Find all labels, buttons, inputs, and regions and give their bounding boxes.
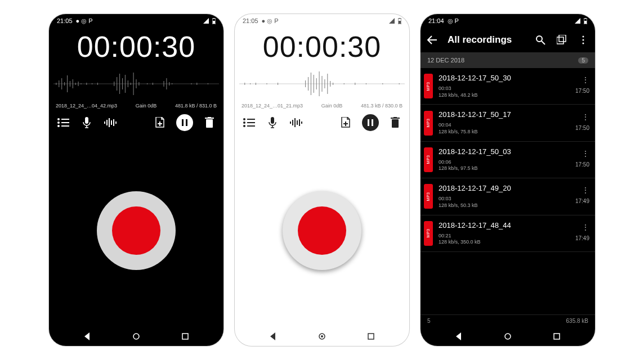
- nav-back-icon[interactable]: [82, 331, 92, 341]
- section-count: 5: [578, 57, 588, 64]
- svg-rect-54: [182, 119, 184, 126]
- recording-time: 17:49: [575, 235, 589, 241]
- nav-recent-icon[interactable]: [366, 331, 376, 341]
- signal-icon: [575, 18, 580, 24]
- android-navbar: [235, 327, 409, 346]
- svg-point-39: [57, 122, 60, 124]
- android-navbar: [421, 327, 595, 346]
- recording-name: 2018-12-12-17_48_44: [439, 221, 575, 230]
- recording-name: 2018-12-12-17_50_17: [439, 110, 575, 119]
- svg-marker-59: [84, 332, 90, 340]
- trash-icon[interactable]: [388, 115, 402, 130]
- recording-name: 2018-12-12-17_49_20: [439, 184, 575, 192]
- svg-rect-117: [584, 21, 587, 24]
- svg-rect-38: [61, 119, 69, 120]
- recording-row[interactable]: MP3 2018-12-12-17_50_17 00:04128 kb/s, 7…: [421, 105, 595, 141]
- elapsed-timer: 00:00:30: [49, 30, 223, 64]
- new-file-icon[interactable]: [153, 115, 167, 130]
- pause-button[interactable]: [176, 114, 193, 131]
- recording-time: 17:50: [575, 161, 589, 168]
- record-area: [49, 134, 223, 327]
- appbar: All recordings: [421, 28, 595, 52]
- svg-rect-46: [104, 122, 105, 124]
- nav-back-icon[interactable]: [454, 331, 464, 341]
- record-button[interactable]: [283, 191, 361, 270]
- recording-meta: 00:03128 kb/s, 48.2 kB: [439, 86, 575, 98]
- row-overflow-icon[interactable]: ⋮: [582, 78, 589, 82]
- svg-rect-93: [247, 125, 255, 127]
- statusbar: 21:04 ◎ P: [421, 14, 595, 28]
- recording-info: 2018-12-12-17_49_20 00:03128 kb/s, 50.3 …: [439, 184, 575, 209]
- status-icons-right: [575, 18, 587, 24]
- waveform-icon[interactable]: [289, 115, 303, 130]
- recording-row[interactable]: MP3 2018-12-12-17_50_03 00:06128 kb/s, 9…: [421, 142, 595, 178]
- svg-rect-97: [290, 122, 291, 124]
- row-overflow-icon[interactable]: ⋮: [582, 226, 589, 230]
- nav-home-icon[interactable]: [503, 331, 513, 341]
- nav-home-icon[interactable]: [317, 331, 327, 341]
- svg-point-127: [505, 334, 511, 339]
- svg-point-41: [57, 125, 60, 127]
- nav-back-icon[interactable]: [268, 331, 278, 341]
- row-overflow-icon[interactable]: ⋮: [582, 115, 589, 119]
- phone-light-recorder: 21:05 ● ◎ P 00:00:30 2018_12_24_…01_21.m…: [235, 14, 409, 346]
- new-file-icon[interactable]: [338, 115, 353, 130]
- nav-recent-icon[interactable]: [552, 331, 562, 341]
- svg-point-112: [321, 335, 323, 338]
- record-button[interactable]: [97, 191, 176, 270]
- svg-rect-113: [368, 334, 374, 339]
- footer-total: 635.8 kB: [566, 318, 588, 324]
- format-label: MP3: [427, 229, 431, 238]
- trash-icon[interactable]: [202, 115, 217, 130]
- svg-rect-99: [294, 118, 296, 127]
- overflow-icon[interactable]: [577, 34, 589, 46]
- statusbar: 21:05 ● ◎ P: [49, 14, 223, 28]
- recording-name: 2018-12-12-17_50_03: [439, 147, 575, 156]
- appbar-title: All recordings: [448, 34, 525, 46]
- waveform-icon[interactable]: [103, 115, 118, 130]
- recording-name: 2018-12-12-17_50_30: [439, 74, 575, 82]
- format-tag: MP3: [424, 111, 433, 136]
- svg-point-60: [133, 334, 139, 339]
- waveform: [235, 67, 409, 101]
- svg-rect-108: [391, 118, 400, 119]
- format-tag: MP3: [424, 147, 433, 172]
- pause-button[interactable]: [362, 114, 379, 131]
- recording-info: 2018-12-12-17_50_30 00:03128 kb/s, 48.2 …: [439, 74, 575, 98]
- record-dot-icon: [298, 206, 346, 255]
- toolbar: [235, 111, 409, 134]
- svg-rect-49: [111, 120, 112, 125]
- nav-home-icon[interactable]: [131, 331, 141, 341]
- svg-rect-48: [109, 118, 110, 127]
- recording-row[interactable]: MP3 2018-12-12-17_48_44 00:21128 kb/s, 3…: [421, 215, 595, 252]
- mic-icon[interactable]: [265, 115, 280, 130]
- recording-row[interactable]: MP3 2018-12-12-17_50_30 00:03128 kb/s, 4…: [421, 68, 595, 105]
- row-overflow-icon[interactable]: ⋮: [582, 188, 589, 192]
- back-arrow-icon[interactable]: [426, 34, 439, 46]
- recording-time: 17:50: [575, 125, 589, 131]
- mic-icon[interactable]: [79, 115, 94, 130]
- list-icon[interactable]: [242, 115, 256, 130]
- format-tag: MP3: [424, 221, 433, 246]
- svg-point-92: [243, 125, 245, 127]
- svg-rect-55: [186, 119, 187, 126]
- library-icon[interactable]: [556, 34, 568, 46]
- format-label: MP3: [427, 119, 431, 128]
- list-icon[interactable]: [56, 115, 70, 130]
- recording-info: 2018-12-12-17_50_03 00:06128 kb/s, 97.5 …: [439, 147, 575, 172]
- recording-row[interactable]: MP3 2018-12-12-17_49_20 00:03128 kb/s, 5…: [421, 178, 595, 215]
- signal-icon: [203, 18, 209, 24]
- nav-recent-icon[interactable]: [180, 331, 190, 341]
- status-icons-left: ● ◎ P: [262, 17, 279, 25]
- row-overflow-icon[interactable]: ⋮: [582, 152, 589, 156]
- info-filename: 2018_12_24_…04_42.mp3: [56, 103, 117, 109]
- statusbar: 21:05 ● ◎ P: [235, 14, 409, 28]
- signal-icon: [389, 18, 395, 24]
- status-icons-right: [203, 18, 216, 24]
- search-icon[interactable]: [534, 34, 547, 46]
- format-label: MP3: [427, 82, 431, 91]
- recording-meta: 00:21128 kb/s, 350.0 kB: [439, 233, 575, 246]
- svg-rect-51: [115, 122, 117, 124]
- svg-rect-58: [208, 117, 211, 118]
- status-time: 21:05: [57, 17, 73, 24]
